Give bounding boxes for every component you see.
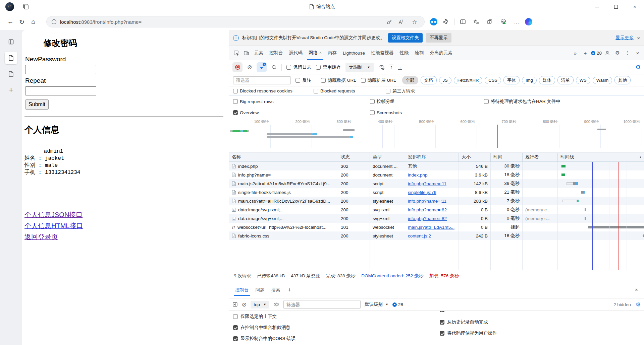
submit-button[interactable]: Submit [25, 99, 49, 110]
filter-chip-全部[interactable]: 全部 [402, 76, 418, 84]
settings-more-icon[interactable]: … [512, 17, 522, 27]
close-button[interactable]: × [625, 0, 644, 13]
column-header-大小[interactable]: 大小 [459, 153, 491, 161]
table-row[interactable]: index.php302document ...其他546 B30 毫秒 [229, 162, 644, 170]
new-password-input[interactable] [25, 65, 96, 74]
vertical-tab-other[interactable] [5, 68, 17, 80]
devtools-tab-分离的元素[interactable]: 分离的元素 [427, 46, 456, 60]
devtools-tab-控制台[interactable]: 控制台 [266, 46, 286, 60]
address-bar[interactable]: localhost:8983/front/info.php?name= A) ☆ [46, 16, 425, 27]
device-toolbar-icon[interactable] [241, 46, 251, 60]
network-filter-input[interactable] [233, 76, 291, 84]
initiator-link[interactable]: info.php?name=:82 [408, 207, 447, 212]
console-setting-checkbox[interactable]: 从历史记录自动完成 [440, 319, 488, 325]
tab-close-icon[interactable]: × [319, 51, 322, 55]
option-checkbox[interactable]: Overview [233, 110, 370, 115]
network-conditions-icon[interactable] [378, 64, 385, 70]
refresh-button[interactable]: ↻ [16, 16, 28, 27]
initiator-link[interactable]: content.js:2 [408, 233, 431, 238]
adblock-extension-icon[interactable] [430, 18, 437, 25]
back-button[interactable]: ← [5, 16, 16, 27]
table-row[interactable]: main.css?attr=aHR0cDovL2xvY2FsaG9zdD...2… [229, 197, 644, 205]
console-sidebar-icon[interactable] [232, 302, 238, 307]
site-info-icon[interactable] [51, 19, 57, 24]
read-aloud-icon[interactable]: A) [399, 19, 403, 25]
clear-console-icon[interactable]: ⊘ [242, 301, 247, 308]
minimize-button[interactable]: — [588, 0, 606, 13]
log-level-selector[interactable]: 默认级别▼ [365, 301, 388, 307]
clear-network-log-icon[interactable]: ⊘ [247, 64, 252, 71]
infobar-close-icon[interactable]: × [637, 35, 640, 41]
drawer-tab-问题[interactable]: 问题 [252, 282, 268, 298]
initiator-link[interactable]: info.php?name=:11 [408, 199, 446, 204]
devtools-tab-性能[interactable]: 性能 [397, 46, 412, 60]
devtools-tab-Lighthouse[interactable]: Lighthouse [340, 46, 368, 60]
table-row[interactable]: single-file-hooks-frames.js200scriptsing… [229, 188, 644, 197]
filter-toggle-icon[interactable]: x [257, 62, 267, 72]
column-header-状态[interactable]: 状态 [338, 153, 370, 161]
table-row[interactable]: data:image/svg+xml;...200svg+xmlinfo.php… [229, 214, 644, 223]
filter-chip-文档[interactable]: 文档 [421, 76, 437, 84]
collections-icon[interactable] [485, 17, 495, 27]
show-more-link[interactable]: 显示更多 [615, 35, 634, 41]
console-filter-input[interactable] [283, 300, 361, 309]
console-setting-checkbox[interactable]: 显示控制台中的CORS 错误 [233, 336, 296, 342]
set-root-folder-button[interactable]: 设置根文件夹 [388, 33, 423, 43]
drawer-tab-控制台[interactable]: 控制台 [232, 282, 252, 298]
network-settings-gear-icon[interactable]: ⚙ [636, 64, 641, 71]
drawer-close-icon[interactable]: × [632, 282, 641, 298]
column-header-履行者[interactable]: 履行者 [523, 153, 558, 161]
inspect-element-icon[interactable] [231, 46, 241, 60]
filter-chip-JS[interactable]: JS [439, 77, 451, 84]
filter-chip-Wasm[interactable]: Wasm [593, 77, 612, 84]
filter-chip-WS[interactable]: WS [576, 77, 590, 84]
throttling-select[interactable]: 无限制▼ [345, 63, 373, 72]
filter-chip-CSS[interactable]: CSS [485, 77, 501, 84]
page-link[interactable]: 返回登录页 [24, 232, 83, 242]
console-settings-gear-icon[interactable]: ⚙ [636, 301, 641, 308]
export-har-icon[interactable]: ↓ [398, 65, 402, 70]
table-row[interactable]: ⇄websocket?url=http%3A%2F%2Flocalhost...… [229, 223, 644, 231]
copilot-icon[interactable] [525, 18, 532, 25]
option-checkbox[interactable]: 按帧分组 [370, 98, 484, 105]
column-header-发起程序[interactable]: 发起程序 [405, 153, 459, 161]
vertical-tab-active[interactable] [5, 52, 17, 64]
devtools-settings-gear-icon[interactable]: ⚙ [613, 50, 622, 56]
column-header-类型[interactable]: 类型 [370, 153, 405, 161]
devtools-tab-绘制[interactable]: 绘制 [412, 46, 427, 60]
context-selector[interactable]: top▼ [251, 301, 269, 308]
column-header-时间线[interactable]: 时间线▲ [558, 153, 644, 161]
table-header-row[interactable]: 名称状态类型发起程序大小时间履行者时间线▲ [229, 152, 644, 162]
favorites-list-icon[interactable] [471, 17, 481, 27]
hide-extension-urls-checkbox[interactable]: 隐藏扩展 URL [361, 77, 396, 83]
option-checkbox[interactable]: 将待处理的请求包含在HAR 文件中 [484, 98, 560, 105]
filter-chip-媒体[interactable]: 媒体 [539, 76, 555, 84]
new-tab-button[interactable]: + [5, 84, 17, 96]
dismiss-button[interactable]: 不再显示 [426, 33, 451, 43]
devtools-menu-icon[interactable]: ⋮ [623, 50, 632, 56]
console-setting-checkbox[interactable]: 在控制台中组合相似消息 [233, 325, 290, 331]
import-har-icon[interactable]: ↑ [389, 65, 393, 70]
console-messages-badge[interactable]: 28 [591, 51, 602, 56]
console-setting-checkbox[interactable] [440, 311, 447, 312]
network-overview-minimap[interactable]: 100 毫秒200 毫秒300 毫秒400 毫秒500 毫秒600 毫秒700 … [229, 118, 644, 148]
tab-actions-icon[interactable] [5, 36, 17, 48]
maximize-button[interactable] [606, 0, 625, 13]
record-network-log-button[interactable] [232, 62, 243, 72]
filter-chip-清单[interactable]: 清单 [557, 76, 574, 84]
browser-essentials-icon[interactable] [498, 17, 508, 27]
password-key-icon[interactable] [386, 19, 392, 25]
hide-data-urls-checkbox[interactable]: 隐藏数据 URL [321, 77, 356, 83]
devtools-tab-网络[interactable]: 网络× [306, 46, 325, 60]
console-setting-checkbox[interactable]: 仅限选定的上下文 [233, 314, 277, 320]
option-checkbox[interactable]: Blocked response cookies [233, 88, 314, 93]
devtools-close-icon[interactable]: × [633, 50, 642, 56]
split-screen-icon[interactable] [458, 17, 468, 27]
table-row[interactable]: main.js?attr=LdA1m5wkRExe6YmS1C4xLj9...2… [229, 179, 644, 188]
column-header-时间[interactable]: 时间 [491, 153, 523, 161]
search-icon[interactable] [271, 65, 277, 70]
console-count-badge[interactable]: 28 [392, 302, 403, 307]
drawer-add-tab-icon[interactable]: + [284, 282, 296, 298]
page-link[interactable]: 个人信息HTML接口 [24, 221, 83, 230]
filter-chip-Fetch/XHR[interactable]: Fetch/XHR [454, 77, 483, 84]
